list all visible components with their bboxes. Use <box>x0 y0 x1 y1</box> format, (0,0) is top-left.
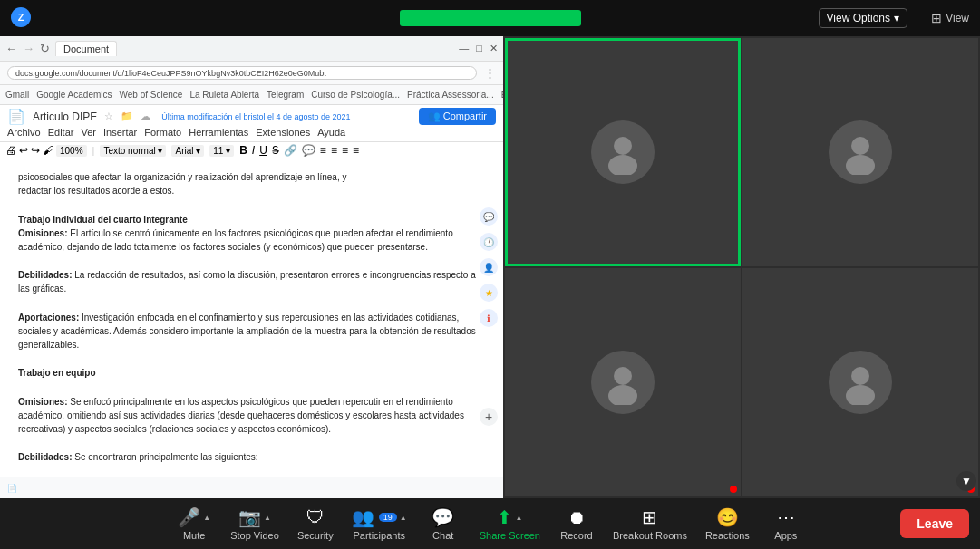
bookmark-gmail[interactable]: Gmail <box>5 90 29 100</box>
reactions-button[interactable]: 😊 Reactions <box>696 503 759 544</box>
zoom-logo: Z <box>11 7 31 30</box>
url-text: docs.google.com/document/d/1lioF4eCeuJPP… <box>15 69 326 78</box>
format-comment[interactable]: 💬 <box>302 144 315 157</box>
stop-video-label: Stop Video <box>230 530 279 541</box>
menu-editar[interactable]: Editar <box>48 127 74 138</box>
bookmark-telegram[interactable]: Telegram <box>267 90 304 100</box>
bookmark-wos[interactable]: Web of Science <box>120 90 183 100</box>
format-redo-icon[interactable]: ↪ <box>31 144 40 157</box>
menu-ver[interactable]: Ver <box>81 127 96 138</box>
format-align-right[interactable]: ≡ <box>342 144 348 157</box>
format-font[interactable]: Arial ▾ <box>171 145 204 157</box>
format-paint-icon[interactable]: 🖌 <box>43 144 53 157</box>
browser-menu-icon[interactable]: ⋮ <box>484 66 496 80</box>
svg-point-7 <box>608 385 637 405</box>
apps-label: Apps <box>774 530 797 541</box>
format-link[interactable]: 🔗 <box>284 144 297 157</box>
gdocs-cloud-icon: ☁ <box>141 111 150 122</box>
view-options-label: View Options <box>827 12 890 24</box>
stop-video-button[interactable]: 📷 ▲ Stop Video <box>221 503 288 544</box>
sidebar-history-icon[interactable]: 🕐 <box>480 233 498 251</box>
browser-back-icon[interactable]: ← <box>5 42 17 55</box>
format-style[interactable]: Texto normal ▾ <box>100 145 166 157</box>
doc-para-3: Aportaciones: Investigación enfocada en … <box>18 311 485 352</box>
format-bold[interactable]: B <box>239 144 247 157</box>
video-icon: 📷 <box>238 506 261 528</box>
bottom-toolbar: 🎤 ▲ Mute 📷 ▲ Stop Video 🛡 Security 👥 19 … <box>0 498 980 549</box>
chat-icon: 💬 <box>432 506 454 528</box>
menu-ayuda[interactable]: Ayuda <box>317 127 345 138</box>
format-italic[interactable]: I <box>252 144 255 157</box>
bookmark-academics[interactable]: Google Academics <box>36 90 112 100</box>
view-icon-area[interactable]: ⊞ View <box>931 11 969 25</box>
video-chevron: ▲ <box>264 514 271 522</box>
svg-point-2 <box>614 137 632 155</box>
doc-heading-1: Trabajo individual del cuarto integrante <box>18 213 485 226</box>
format-zoom[interactable]: 100% <box>56 145 87 157</box>
chat-button[interactable]: 💬 Chat <box>416 503 471 544</box>
doc-para-5: Debilidades: Se encontraron principalmen… <box>18 450 485 464</box>
close-icon[interactable]: ✕ <box>490 43 498 54</box>
format-size[interactable]: 11 ▾ <box>209 145 234 157</box>
mute-button[interactable]: 🎤 ▲ Mute <box>167 503 221 544</box>
sidebar-user-icon[interactable]: 👤 <box>480 258 498 276</box>
menu-insertar[interactable]: Insertar <box>103 127 137 138</box>
participants-icon: 👥 <box>352 506 374 528</box>
browser-tab[interactable]: Document <box>55 41 117 56</box>
breakout-rooms-button[interactable]: ⊞ Breakout Rooms <box>604 503 696 544</box>
maximize-icon[interactable]: □ <box>476 43 482 54</box>
svg-point-5 <box>846 155 875 175</box>
format-strikethrough[interactable]: S̶ <box>272 144 279 157</box>
doc-moved-icon[interactable]: 📁 <box>121 111 133 122</box>
doc-star-icon[interactable]: ☆ <box>104 111 113 122</box>
format-align-center[interactable]: ≡ <box>331 144 337 157</box>
leave-button[interactable]: Leave <box>900 509 969 538</box>
record-button[interactable]: ⏺ Record <box>549 504 604 544</box>
sidebar-star-icon[interactable]: ★ <box>480 284 498 302</box>
video-cell-2 <box>742 38 978 266</box>
avatar-3 <box>591 351 655 414</box>
menu-extensiones[interactable]: Extensiones <box>256 127 310 138</box>
share-screen-button[interactable]: ⬆ ▲ Share Screen <box>471 503 549 544</box>
sidebar-info-icon[interactable]: ℹ <box>480 309 498 327</box>
format-underline[interactable]: U <box>259 144 267 157</box>
sidebar-comments-icon[interactable]: 💬 <box>480 207 498 226</box>
record-label: Record <box>560 530 592 541</box>
tab-title: Document <box>63 43 109 54</box>
mute-label: Mute <box>183 530 205 541</box>
url-input[interactable]: docs.google.com/document/d/1lioF4eCeuJPP… <box>7 66 477 80</box>
doc-para-4: Omisiones: Se enfocó principalmente en l… <box>18 395 485 436</box>
gdocs-header: 📄 Articulo DIPE ☆ 📁 ☁ Última modificació… <box>0 105 503 142</box>
share-button[interactable]: 👥 Compartir <box>419 108 496 125</box>
bookmark-practica[interactable]: Práctica Assessoria... <box>407 90 494 100</box>
format-justify[interactable]: ≡ <box>353 144 359 157</box>
document-window: ← → ↻ Document — □ ✕ docs.google.com/doc… <box>0 36 503 498</box>
browser-reload-icon[interactable]: ↻ <box>40 42 50 55</box>
add-comment-button[interactable]: + <box>480 408 498 426</box>
video-cell-1 <box>505 38 741 266</box>
gdocs-menu: Archivo Editar Ver Insertar Formato Herr… <box>7 127 496 138</box>
bookmark-ruleta[interactable]: La Ruleta Abierta <box>189 90 259 100</box>
leave-label: Leave <box>917 516 953 531</box>
mute-chevron: ▲ <box>203 514 210 522</box>
menu-archivo[interactable]: Archivo <box>7 127 41 138</box>
security-button[interactable]: 🛡 Security <box>288 504 343 544</box>
participants-button[interactable]: 👥 19 ▲ Participants <box>343 503 416 544</box>
view-label: View <box>946 12 969 24</box>
bookmark-psicologia[interactable]: Curso de Psicología... <box>311 90 400 100</box>
record-icon: ⏺ <box>568 507 586 528</box>
format-print-icon[interactable]: 🖨 <box>5 144 16 157</box>
avatar-2 <box>829 120 892 184</box>
menu-herramientas[interactable]: Herramientas <box>189 127 248 138</box>
minimize-icon[interactable]: — <box>459 43 469 54</box>
browser-forward-icon[interactable]: → <box>23 42 34 55</box>
video-cell-4 <box>742 268 978 496</box>
view-options-button[interactable]: View Options ▾ <box>819 8 907 28</box>
mute-icon: 🎤 <box>178 506 200 528</box>
format-undo-icon[interactable]: ↩ <box>19 144 28 157</box>
menu-formato[interactable]: Formato <box>144 127 181 138</box>
apps-button[interactable]: ⋯ Apps <box>759 503 813 544</box>
format-align-left[interactable]: ≡ <box>320 144 326 157</box>
red-dot-3 <box>730 486 737 493</box>
collapse-panel-button[interactable]: ▼ <box>956 471 976 491</box>
